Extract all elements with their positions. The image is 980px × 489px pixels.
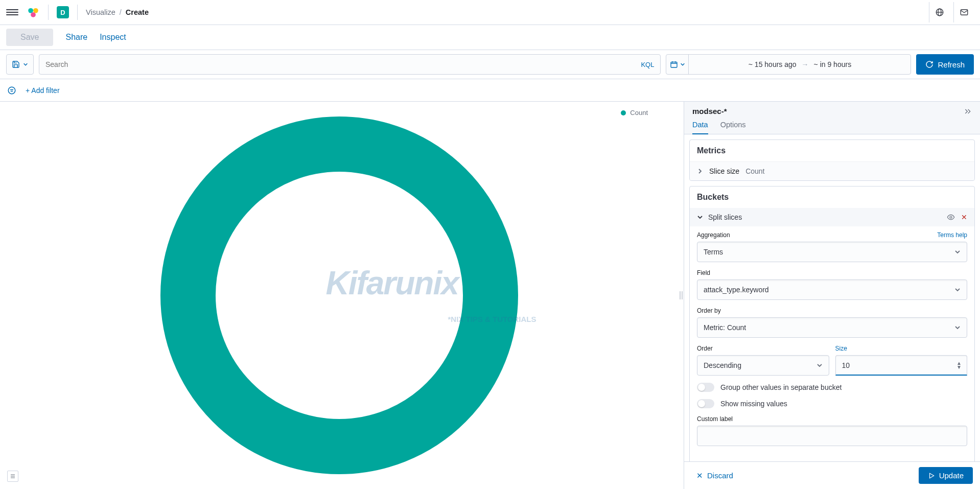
saved-query-button[interactable] (6, 54, 34, 75)
donut-chart (160, 117, 518, 474)
chevron-right-icon (697, 168, 703, 174)
aggregation-row: Aggregation Terms help Terms (697, 231, 967, 262)
chevron-down-icon (954, 324, 961, 331)
date-picker: ~ 15 hours ago → ~ in 9 hours (666, 54, 911, 75)
chevron-down-icon (954, 287, 961, 293)
svg-point-0 (28, 8, 33, 13)
header-right (929, 2, 974, 22)
size-input[interactable]: 10 ▲▼ (835, 355, 968, 376)
search-input[interactable] (45, 60, 636, 68)
svg-point-8 (950, 216, 952, 218)
newsfeed-icon[interactable] (929, 2, 949, 22)
collapse-panel-icon[interactable] (964, 107, 972, 115)
buckets-title: Buckets (690, 187, 974, 208)
bucket-split-slices-header[interactable]: Split slices ✕ (690, 208, 974, 226)
aggregation-select[interactable]: Terms (697, 242, 967, 262)
breadcrumb-separator: / (120, 8, 122, 16)
separator (48, 5, 49, 20)
arrow-right-icon: → (802, 60, 809, 68)
chart-legend[interactable]: Count (621, 109, 648, 117)
update-button[interactable]: Update (919, 467, 973, 484)
aggregation-value: Terms (704, 248, 723, 256)
chevron-down-icon (816, 362, 823, 368)
mail-icon[interactable] (953, 2, 974, 22)
space-selector[interactable]: D (57, 6, 69, 18)
advanced-toggle[interactable]: Advanced (690, 453, 974, 461)
refresh-icon (925, 60, 934, 68)
group-other-row: Group other values in separate bucket (697, 383, 967, 392)
chevron-down-icon (697, 214, 703, 220)
metric-slice-size-row[interactable]: Slice size Count (690, 161, 974, 180)
legend-swatch (621, 110, 626, 115)
editor-sidepanel: modsec-* Data Options Metrics Slice size… (684, 102, 980, 489)
main-content: Count Kifarunix *NIX TIPS & TUTORIALS mo… (0, 102, 980, 489)
search-input-wrapper: KQL (39, 54, 661, 75)
svg-point-1 (33, 8, 38, 13)
order-size-row: Order Descending Size 10 ▲▼ (697, 345, 967, 376)
terms-help-link[interactable]: Terms help (937, 231, 967, 239)
save-button[interactable]: Save (6, 29, 53, 46)
field-label: Field (697, 269, 710, 276)
date-quick-button[interactable] (666, 55, 689, 74)
buckets-panel: Buckets Split slices ✕ (689, 186, 975, 461)
visualization-canvas: Count Kifarunix *NIX TIPS & TUTORIALS (0, 102, 679, 489)
tab-options[interactable]: Options (720, 115, 746, 134)
bucket-form: Aggregation Terms help Terms Field attac… (690, 226, 974, 446)
inspect-link[interactable]: Inspect (100, 33, 126, 42)
elastic-logo-icon[interactable] (27, 6, 40, 19)
number-spinner-icon[interactable]: ▲▼ (956, 361, 962, 369)
orderby-row: Order by Metric: Count (697, 307, 967, 338)
bucket-actions: ✕ (947, 213, 967, 221)
size-label: Size (835, 345, 847, 352)
field-value: attack_type.keyword (704, 286, 769, 294)
breadcrumb: Visualize / Create (86, 8, 149, 16)
kql-toggle[interactable]: KQL (636, 61, 654, 68)
metrics-panel: Metrics Slice size Count (689, 139, 975, 181)
sidepanel-footer: ✕ Discard Update (684, 461, 980, 489)
custom-label-label: Custom label (697, 415, 733, 423)
show-missing-toggle[interactable] (697, 399, 714, 408)
chevron-down-icon (680, 62, 685, 67)
orderby-label: Order by (697, 307, 721, 314)
date-range-display[interactable]: ~ 15 hours ago → ~ in 9 hours (689, 60, 911, 68)
custom-label-input[interactable] (697, 426, 967, 446)
breadcrumb-visualize[interactable]: Visualize (86, 8, 115, 16)
chevron-down-icon (23, 62, 28, 67)
header-left: D Visualize / Create (6, 5, 149, 20)
svg-point-2 (31, 12, 36, 17)
app-header: D Visualize / Create (0, 0, 980, 25)
add-filter-button[interactable]: + Add filter (26, 86, 60, 95)
svg-rect-6 (671, 62, 677, 67)
group-other-label: Group other values in separate bucket (720, 383, 842, 391)
app-toolbar: Save Share Inspect (0, 25, 980, 50)
legend-label: Count (630, 109, 648, 117)
toggle-visibility-icon[interactable] (947, 213, 955, 221)
share-link[interactable]: Share (65, 33, 87, 42)
nav-toggle-button[interactable] (6, 6, 18, 18)
refresh-button[interactable]: Refresh (916, 54, 974, 75)
discard-button[interactable]: ✕ Discard (691, 468, 738, 483)
custom-label-row: Custom label (697, 415, 967, 446)
panel-resizer[interactable] (679, 102, 684, 489)
query-bar: KQL ~ 15 hours ago → ~ in 9 hours Refres… (0, 50, 980, 79)
date-to: ~ in 9 hours (814, 60, 852, 68)
group-other-toggle[interactable] (697, 383, 714, 392)
field-select[interactable]: attack_type.keyword (697, 280, 967, 300)
separator (77, 5, 78, 20)
legend-toggle-button[interactable] (7, 471, 18, 482)
filter-menu-icon[interactable] (7, 86, 16, 95)
orderby-select[interactable]: Metric: Count (697, 317, 967, 338)
update-label: Update (939, 471, 964, 480)
sidepanel-header: modsec-* (684, 102, 980, 115)
show-missing-label: Show missing values (720, 400, 787, 408)
play-icon (928, 472, 935, 479)
svg-point-7 (8, 87, 15, 94)
index-pattern-title[interactable]: modsec-* (692, 107, 727, 115)
breadcrumb-current: Create (126, 8, 149, 16)
remove-bucket-icon[interactable]: ✕ (961, 213, 967, 221)
refresh-label: Refresh (938, 60, 965, 69)
date-from: ~ 15 hours ago (749, 60, 797, 68)
close-icon: ✕ (696, 471, 703, 480)
order-select[interactable]: Descending (697, 355, 829, 376)
tab-data[interactable]: Data (692, 115, 708, 134)
